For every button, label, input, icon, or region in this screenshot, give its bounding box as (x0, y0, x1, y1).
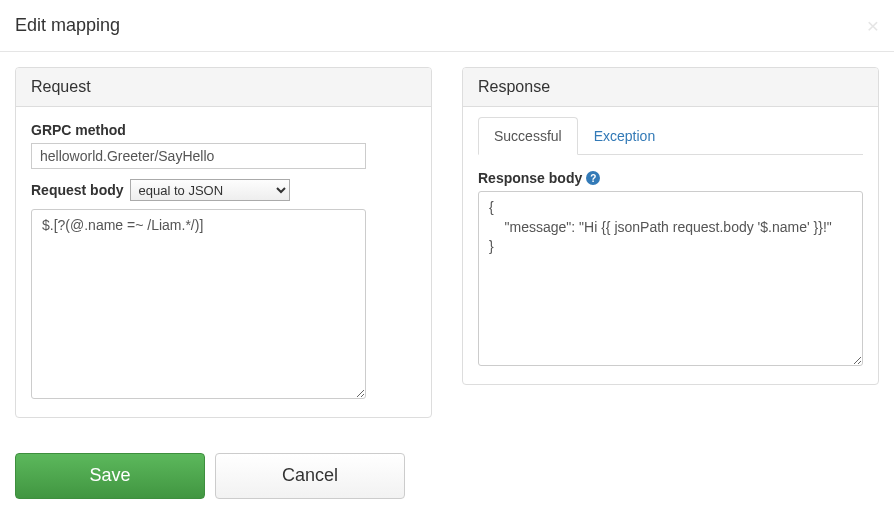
request-body-label: Request body (31, 182, 124, 198)
response-panel-title: Response (463, 68, 878, 107)
cancel-button[interactable]: Cancel (215, 453, 405, 499)
close-icon[interactable]: × (867, 15, 879, 36)
request-panel: Request GRPC method Request body equal t… (15, 67, 432, 418)
tab-exception[interactable]: Exception (578, 117, 671, 155)
request-body-textarea[interactable] (31, 209, 366, 399)
modal-body: Request GRPC method Request body equal t… (0, 52, 894, 453)
response-body-textarea[interactable] (478, 191, 863, 366)
grpc-method-input[interactable] (31, 143, 366, 169)
action-buttons: Save Cancel (0, 453, 894, 514)
response-panel: Response Successful Exception Response b… (462, 67, 879, 385)
response-tabs: Successful Exception (478, 117, 863, 155)
request-panel-title: Request (16, 68, 431, 107)
response-body-label: Response body (478, 170, 582, 186)
modal-header: Edit mapping × (0, 0, 894, 52)
help-icon[interactable]: ? (586, 171, 600, 185)
body-match-select[interactable]: equal to JSON (130, 179, 290, 201)
save-button[interactable]: Save (15, 453, 205, 499)
tab-successful[interactable]: Successful (478, 117, 578, 155)
modal-title: Edit mapping (15, 15, 120, 36)
grpc-method-label: GRPC method (31, 122, 126, 138)
